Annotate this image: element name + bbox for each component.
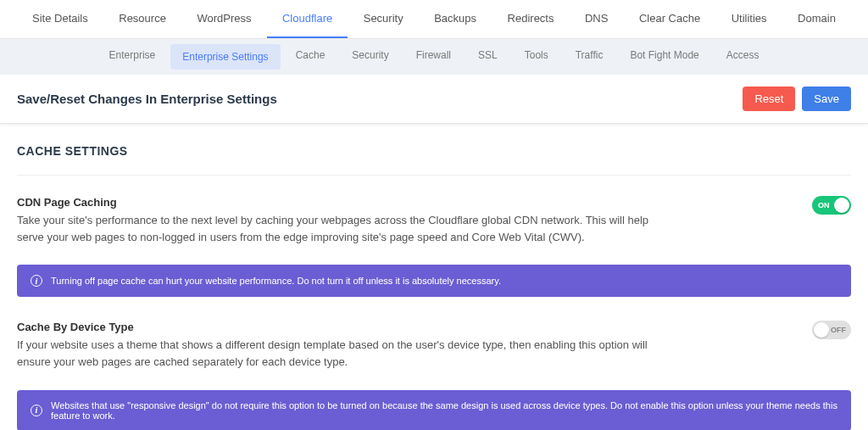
tab-backups[interactable]: Backups bbox=[419, 0, 492, 38]
tab-resource[interactable]: Resource bbox=[103, 0, 181, 38]
tab-clear-cache[interactable]: Clear Cache bbox=[624, 0, 715, 38]
toggle-cache-by-device[interactable]: OFF bbox=[812, 321, 851, 339]
notice-device: i Websites that use "responsive design" … bbox=[17, 390, 851, 430]
notice-cdn: i Turning off page cache can hurt your w… bbox=[17, 265, 851, 297]
toggle-label: OFF bbox=[831, 326, 846, 334]
tab-security[interactable]: Security bbox=[348, 0, 419, 38]
toggle-knob bbox=[834, 198, 849, 213]
setting-desc: If your website uses a theme that shows … bbox=[17, 337, 661, 371]
toggle-cdn-page-caching[interactable]: ON bbox=[812, 196, 851, 215]
tab-redirects[interactable]: Redirects bbox=[492, 0, 570, 38]
tab-utilities[interactable]: Utilities bbox=[716, 0, 782, 38]
info-icon: i bbox=[31, 275, 42, 287]
setting-cache-by-device: Cache By Device Type If your website use… bbox=[17, 317, 851, 383]
subtab-traffic[interactable]: Traffic bbox=[564, 39, 615, 75]
subtab-security[interactable]: Security bbox=[340, 39, 400, 75]
toggle-label: ON bbox=[818, 201, 830, 209]
subtab-enterprise[interactable]: Enterprise bbox=[97, 39, 168, 75]
tab-site-details[interactable]: Site Details bbox=[17, 0, 103, 38]
action-bar: Save/Reset Changes In Enterprise Setting… bbox=[0, 75, 868, 124]
subtab-ssl[interactable]: SSL bbox=[466, 39, 509, 75]
top-tabs: Site Details Resource WordPress Cloudfla… bbox=[0, 0, 868, 39]
subtab-enterprise-settings[interactable]: Enterprise Settings bbox=[170, 44, 280, 70]
subtab-firewall[interactable]: Firewall bbox=[404, 39, 463, 75]
notice-text: Websites that use "responsive design" do… bbox=[51, 400, 837, 421]
setting-text: CDN Page Caching Take your site's perfor… bbox=[17, 196, 661, 246]
save-button[interactable]: Save bbox=[802, 87, 851, 111]
tab-dns[interactable]: DNS bbox=[570, 0, 623, 38]
tab-cloudflare[interactable]: Cloudflare bbox=[267, 0, 348, 38]
reset-button[interactable]: Reset bbox=[743, 87, 795, 111]
subtab-bot-fight-mode[interactable]: Bot Fight Mode bbox=[618, 39, 710, 75]
sub-tabs: Enterprise Enterprise Settings Cache Sec… bbox=[0, 39, 868, 75]
section-title: CACHE SETTINGS bbox=[17, 144, 851, 176]
info-icon: i bbox=[31, 405, 42, 416]
setting-label: CDN Page Caching bbox=[17, 196, 661, 209]
setting-desc: Take your site's performance to the next… bbox=[17, 212, 661, 246]
notice-text: Turning off page cache can hurt your web… bbox=[51, 276, 501, 286]
toggle-knob bbox=[814, 322, 829, 338]
content: CACHE SETTINGS CDN Page Caching Take you… bbox=[0, 124, 868, 430]
subtab-tools[interactable]: Tools bbox=[513, 39, 560, 75]
tab-domain[interactable]: Domain bbox=[782, 0, 851, 38]
action-bar-title: Save/Reset Changes In Enterprise Setting… bbox=[17, 92, 277, 106]
action-buttons: Reset Save bbox=[743, 87, 851, 111]
subtab-access[interactable]: Access bbox=[715, 39, 771, 75]
setting-label: Cache By Device Type bbox=[17, 321, 661, 333]
setting-cdn-page-caching: CDN Page Caching Take your site's perfor… bbox=[17, 193, 851, 258]
tab-wordpress[interactable]: WordPress bbox=[181, 0, 266, 38]
setting-text: Cache By Device Type If your website use… bbox=[17, 321, 661, 371]
subtab-cache[interactable]: Cache bbox=[284, 39, 337, 75]
